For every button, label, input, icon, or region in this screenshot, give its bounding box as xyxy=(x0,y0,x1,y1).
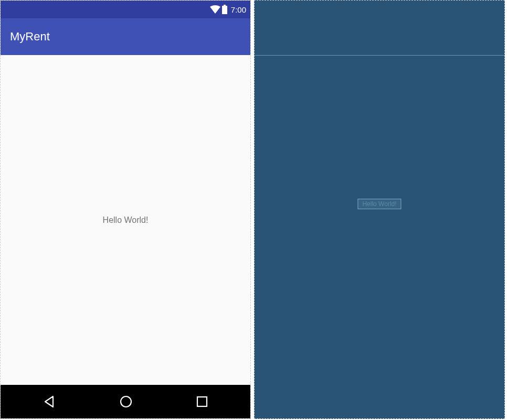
svg-rect-1 xyxy=(224,5,226,6)
blueprint-textview[interactable]: Hello World! xyxy=(357,199,401,209)
app-title: MyRent xyxy=(10,30,50,44)
status-time: 7:00 xyxy=(231,5,246,14)
wifi-icon xyxy=(210,5,220,14)
navigation-bar xyxy=(1,385,250,418)
hello-world-text: Hello World! xyxy=(103,216,149,225)
design-preview-panel: 7:00 MyRent Hello World! xyxy=(0,0,251,419)
recents-icon[interactable] xyxy=(196,395,208,408)
app-bar: MyRent xyxy=(1,18,250,55)
blueprint-panel[interactable]: Hello World! xyxy=(254,0,505,419)
blueprint-appbar-outline xyxy=(255,55,504,56)
svg-rect-0 xyxy=(222,6,227,14)
home-icon[interactable] xyxy=(119,394,133,409)
back-icon[interactable] xyxy=(43,395,56,408)
svg-rect-3 xyxy=(197,397,207,406)
content-area: Hello World! xyxy=(1,55,250,385)
status-icons: 7:00 xyxy=(210,5,246,14)
status-bar: 7:00 xyxy=(1,1,250,18)
battery-icon xyxy=(221,5,228,14)
svg-point-2 xyxy=(121,396,131,407)
